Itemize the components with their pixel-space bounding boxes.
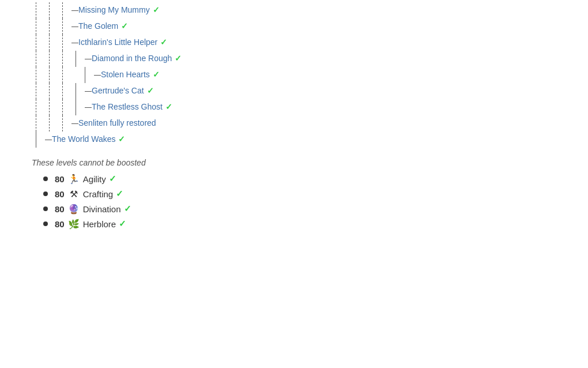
name-herblore: Herblore (83, 219, 116, 229)
quest-text-senliten[interactable]: Senliten fully restored (78, 116, 156, 130)
bullet-herblore (43, 221, 48, 226)
check-the-golem: ✓ (121, 19, 128, 33)
pipe-2c (49, 35, 58, 51)
level-divination: 80 (55, 204, 65, 214)
hline-icthlarin (71, 43, 78, 43)
pipe-4d (76, 51, 85, 67)
skill-item-herblore[interactable]: 80 🌿 Herblore ✓ (43, 218, 556, 230)
level-herblore: 80 (55, 219, 65, 229)
quest-label-world-wakes: The World Wakes (52, 132, 115, 147)
agility-icon: 🏃 (68, 173, 80, 185)
quest-label-icthlarin: Icthlarin's Little Helper (78, 35, 157, 50)
senliten-name: Senliten (78, 118, 108, 127)
hline-stolen (94, 75, 101, 76)
hline-mmm (71, 10, 78, 11)
quest-label-gertrudes-cat: Gertrude's Cat (92, 84, 144, 98)
divination-icon: 🔮 (68, 203, 80, 215)
name-divination: Divination (83, 204, 121, 214)
check-agility: ✓ (109, 174, 116, 184)
name-agility: Agility (83, 174, 106, 184)
pipe-1i (36, 132, 45, 148)
check-diamond: ✓ (175, 51, 182, 66)
check-crafting: ✓ (116, 189, 123, 199)
quest-text-restless-ghost[interactable]: The Restless Ghost ✓ (92, 100, 172, 114)
skill-item-divination[interactable]: 80 🔮 Divination ✓ (43, 203, 556, 215)
quest-label-missing-my-mummy: Missing My Mummy (78, 3, 150, 17)
quest-row-gertrudes-cat[interactable]: Gertrude's Cat ✓ (32, 83, 556, 99)
pipe-1h (36, 115, 45, 132)
name-crafting: Crafting (83, 189, 114, 199)
check-gertrudes-cat: ✓ (147, 84, 154, 98)
quest-row-senliten[interactable]: Senliten fully restored (32, 115, 556, 132)
boost-note-text: These levels cannot be boosted (32, 158, 146, 167)
quest-text-the-golem[interactable]: The Golem ✓ (78, 19, 128, 33)
quest-label-diamond: Diamond in the Rough (92, 51, 172, 66)
quest-text-icthlarin[interactable]: Icthlarin's Little Helper ✓ (78, 35, 167, 50)
quest-row-restless-ghost[interactable]: The Restless Ghost ✓ (32, 99, 556, 115)
pipe-2e (49, 67, 58, 83)
quest-text-missing-my-mummy[interactable]: Missing My Mummy ✓ (78, 3, 160, 17)
pipe-3b (62, 18, 71, 35)
hline-gertrude (85, 91, 92, 92)
pipe-1c (36, 35, 45, 51)
boost-note: These levels cannot be boosted (32, 158, 556, 167)
quest-text-gertrudes-cat[interactable]: Gertrude's Cat ✓ (92, 84, 154, 98)
quest-row-the-golem[interactable]: The Golem ✓ (32, 18, 556, 35)
skills-list: 80 🏃 Agility ✓ 80 ⚒ Crafting ✓ 80 🔮 Divi… (43, 173, 556, 230)
pipe-3h (62, 115, 71, 132)
check-divination: ✓ (124, 204, 131, 214)
pipe-3f (62, 83, 71, 99)
pipe-2g (49, 99, 58, 115)
pipe-2d (49, 51, 58, 67)
pipe-4g (76, 99, 85, 115)
skill-item-crafting[interactable]: 80 ⚒ Crafting ✓ (43, 188, 556, 200)
pipe-3g (62, 99, 71, 115)
pipe-1 (36, 2, 45, 18)
check-restless-ghost: ✓ (165, 100, 172, 114)
hline-world-wakes (45, 140, 52, 140)
pipe-4f (76, 83, 85, 99)
quest-label-senliten: Senliten fully restored (78, 116, 156, 130)
quest-text-stolen-hearts[interactable]: Stolen Hearts ✓ (101, 67, 160, 82)
check-icthlarin: ✓ (160, 35, 167, 50)
pipe-1b (36, 18, 45, 35)
check-stolen-hearts: ✓ (153, 67, 160, 82)
quest-row-diamond[interactable]: Diamond in the Rough ✓ (32, 51, 556, 67)
pipe-3c (62, 35, 71, 51)
level-agility: 80 (55, 174, 65, 184)
pipe-5e (85, 67, 94, 83)
pipe-3d (62, 51, 71, 67)
level-crafting: 80 (55, 189, 65, 199)
pipe-1d (36, 51, 45, 67)
crafting-icon: ⚒ (68, 188, 80, 200)
skill-item-agility[interactable]: 80 🏃 Agility ✓ (43, 173, 556, 185)
check-missing-my-mummy: ✓ (153, 3, 160, 17)
hline-restless (85, 107, 92, 108)
pipe-1e (36, 67, 45, 83)
quest-label-the-golem: The Golem (78, 19, 118, 33)
pipe-3e (62, 67, 71, 83)
pipe-2h (49, 115, 58, 132)
pipe-3 (62, 2, 71, 18)
quest-row-world-wakes[interactable]: The World Wakes ✓ (32, 132, 556, 148)
herblore-icon: 🌿 (68, 218, 80, 230)
quest-row-missing-my-mummy[interactable]: Missing My Mummy ✓ (32, 2, 556, 18)
hline-senliten (71, 123, 78, 124)
quest-label-restless-ghost: The Restless Ghost (92, 100, 163, 114)
bullet-agility (43, 177, 48, 181)
quest-label-stolen-hearts: Stolen Hearts (101, 67, 150, 82)
quest-text-diamond[interactable]: Diamond in the Rough ✓ (92, 51, 182, 66)
hline-diamond (85, 59, 92, 59)
quest-row-icthlarin[interactable]: Icthlarin's Little Helper ✓ (32, 35, 556, 51)
quest-tree: Missing My Mummy ✓ The Golem ✓ Icthlarin… (32, 2, 556, 148)
check-herblore: ✓ (119, 219, 126, 229)
quest-text-world-wakes[interactable]: The World Wakes ✓ (52, 132, 125, 147)
bullet-divination (43, 206, 48, 211)
pipe-1g (36, 99, 45, 115)
quest-row-stolen-hearts[interactable]: Stolen Hearts ✓ (32, 67, 556, 83)
pipe-1f (36, 83, 45, 99)
pipe-2f (49, 83, 58, 99)
main-content: Missing My Mummy ✓ The Golem ✓ Icthlarin… (0, 0, 588, 235)
pipe-2b (49, 18, 58, 35)
pipe-2 (49, 2, 58, 18)
